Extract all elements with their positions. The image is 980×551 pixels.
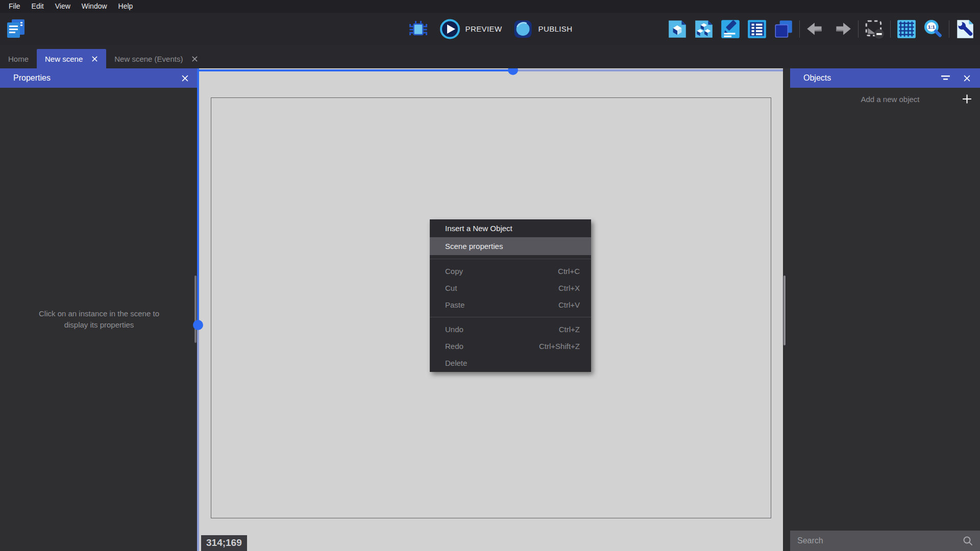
cursor-coordinates: 314;169: [201, 535, 247, 551]
undo-arrow-icon: [805, 18, 826, 40]
menu-item-copy: Copy Ctrl+C: [430, 263, 591, 280]
svg-text:1:1: 1:1: [928, 24, 935, 30]
menu-item-label: Redo: [445, 342, 463, 350]
preview-button[interactable]: PREVIEW: [439, 18, 502, 40]
properties-pencil-icon: [720, 18, 741, 40]
menu-help[interactable]: Help: [113, 0, 139, 13]
menu-item-label: Paste: [445, 300, 464, 309]
redo-button[interactable]: [831, 18, 853, 40]
bug-icon: [408, 19, 429, 39]
object-groups-icon: [693, 18, 715, 40]
objects-list-empty-area[interactable]: [790, 110, 980, 531]
search-input[interactable]: [797, 536, 963, 545]
empty-message-line1: Click on an instance in the scene to: [39, 309, 159, 318]
context-menu: Insert a New Object Scene properties Cop…: [430, 219, 591, 372]
workspace: Properties Click on an instance in the s…: [0, 68, 980, 551]
objects-panel-title: Objects: [803, 73, 831, 83]
grid-icon: [896, 18, 917, 40]
tab-home[interactable]: Home: [0, 49, 37, 68]
close-icon[interactable]: [181, 74, 189, 82]
open-object-groups-button[interactable]: [693, 18, 715, 40]
publish-sphere-icon: [512, 18, 533, 40]
close-icon[interactable]: [91, 56, 98, 62]
publish-label: PUBLISH: [538, 24, 572, 33]
search-icon: [963, 536, 973, 546]
menu-item-paste: Paste Ctrl+V: [430, 296, 591, 313]
tab-new-scene-events[interactable]: New scene (Events): [106, 49, 206, 68]
menu-window[interactable]: Window: [76, 0, 113, 13]
menu-item-label: Copy: [445, 267, 463, 276]
menu-item-label: Scene properties: [445, 242, 503, 251]
filter-icon[interactable]: [941, 74, 951, 82]
add-new-object-label: Add a new object: [790, 95, 980, 104]
menu-item-scene-properties[interactable]: Scene properties: [430, 237, 591, 255]
horizontal-scrollbar[interactable]: [198, 69, 513, 71]
canvas-vertical-scrollbar[interactable]: [783, 276, 786, 345]
open-instances-list-button[interactable]: [746, 18, 768, 40]
preview-label: PREVIEW: [465, 24, 502, 33]
menu-item-shortcut: Ctrl+X: [558, 284, 580, 292]
menu-item-undo: Undo Ctrl+Z: [430, 321, 591, 338]
properties-scrollbar[interactable]: [194, 276, 197, 343]
zoom-one-to-one-icon: 1:1: [922, 18, 944, 40]
play-circle-icon: [439, 18, 461, 40]
deselect-all-button[interactable]: [864, 18, 885, 40]
wrench-icon: [954, 18, 976, 40]
open-properties-panel-button[interactable]: [720, 18, 741, 40]
properties-panel-title: Properties: [13, 73, 51, 83]
vertical-scrollbar[interactable]: [197, 325, 199, 551]
menu-item-shortcut: Ctrl+V: [558, 300, 580, 309]
publish-button[interactable]: PUBLISH: [512, 18, 572, 40]
menu-item-insert-new-object[interactable]: Insert a New Object: [430, 219, 591, 237]
menu-edit[interactable]: Edit: [26, 0, 50, 13]
open-objects-editor-button[interactable]: [667, 18, 688, 40]
menu-item-shortcut: Ctrl+C: [558, 267, 580, 276]
editor-tab-bar: Home New scene New scene (Events): [0, 45, 980, 68]
close-icon[interactable]: [963, 74, 971, 82]
menu-view[interactable]: View: [50, 0, 76, 13]
deselect-icon: [864, 18, 885, 40]
menu-item-label: Cut: [445, 284, 457, 292]
toolbar: PREVIEW PUBLISH: [0, 13, 980, 45]
objects-panel-header: Objects: [790, 68, 980, 88]
menu-bar: File Edit View Window Help: [0, 0, 980, 13]
tab-home-label: Home: [8, 55, 29, 63]
menu-separator: [430, 317, 591, 317]
toolbar-center-group: PREVIEW PUBLISH: [408, 13, 573, 45]
debugger-button[interactable]: [408, 18, 429, 40]
menu-item-redo: Redo Ctrl+Shift+Z: [430, 338, 591, 355]
add-new-object-button[interactable]: Add a new object: [790, 88, 980, 110]
menu-item-shortcut: Ctrl+Z: [559, 325, 580, 334]
gdevelop-window: File Edit View Window Help: [0, 0, 980, 551]
vertical-scroll-handle[interactable]: [193, 320, 203, 330]
menu-file[interactable]: File: [3, 0, 26, 13]
toolbar-separator: [949, 20, 949, 38]
menu-item-label: Delete: [445, 359, 467, 367]
menu-item-label: Insert a New Object: [445, 224, 512, 233]
scene-canvas[interactable]: Insert a New Object Scene properties Cop…: [198, 68, 783, 551]
tab-new-scene[interactable]: New scene: [37, 49, 106, 68]
tab-new-scene-events-label: New scene (Events): [114, 55, 183, 63]
properties-empty-message: Click on an instance in the scene to dis…: [0, 88, 198, 551]
menu-item-delete: Delete: [430, 355, 591, 371]
close-icon[interactable]: [191, 56, 198, 62]
toolbar-separator: [799, 20, 800, 38]
plus-icon[interactable]: [962, 94, 972, 104]
scene-settings-button[interactable]: [954, 18, 976, 40]
properties-panel-header: Properties: [0, 68, 198, 88]
toolbar-separator: [858, 20, 859, 38]
undo-button[interactable]: [805, 18, 826, 40]
project-manager-icon: [5, 17, 28, 41]
toggle-grid-button[interactable]: [896, 18, 917, 40]
open-layers-editor-button[interactable]: [773, 18, 794, 40]
instances-list-icon: [746, 18, 768, 40]
tab-new-scene-label: New scene: [45, 55, 83, 63]
toolbar-separator: [890, 20, 891, 38]
vertical-scrollbar[interactable]: [197, 68, 199, 325]
project-manager-button[interactable]: [4, 17, 29, 41]
empty-message-line2: display its properties: [64, 320, 134, 329]
menu-item-label: Undo: [445, 325, 463, 334]
zoom-actual-size-button[interactable]: 1:1: [922, 18, 944, 40]
menu-item-cut: Cut Ctrl+X: [430, 280, 591, 296]
horizontal-scrollbar[interactable]: [513, 69, 783, 71]
